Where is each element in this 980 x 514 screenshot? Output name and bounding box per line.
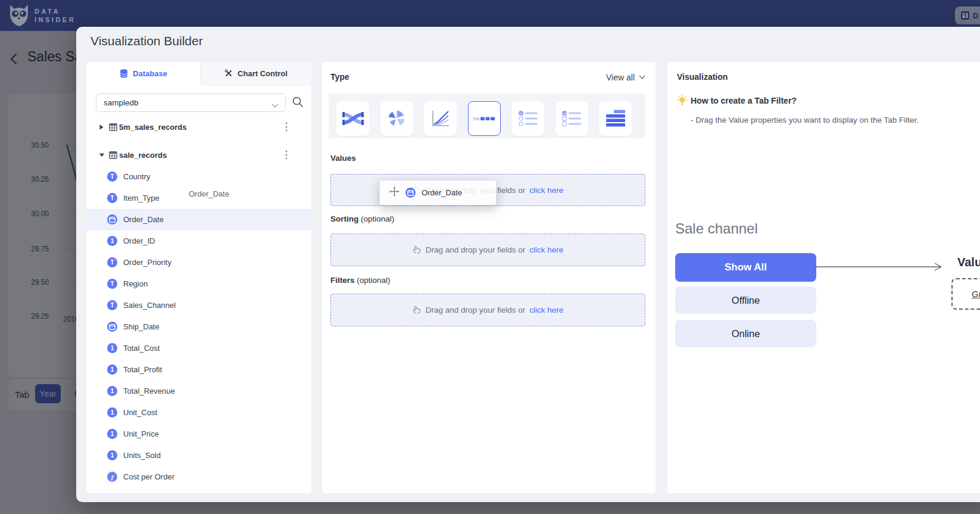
- view-all-button[interactable]: View all: [606, 73, 645, 82]
- tab-database[interactable]: Database: [87, 62, 200, 85]
- datasource-select[interactable]: sampledb: [96, 94, 286, 112]
- number-field-icon: 1: [107, 407, 117, 418]
- chart-type-line-chart[interactable]: [424, 101, 457, 136]
- field-row-region[interactable]: TRegion: [87, 273, 311, 295]
- group-annotation-box: Group: [951, 278, 980, 310]
- field-row-sales-channel[interactable]: TSales_Channel: [87, 295, 311, 316]
- preview-button-offline[interactable]: Offline: [675, 286, 816, 314]
- field-row-unit-price[interactable]: 1Unit_Price: [87, 423, 311, 445]
- kebab-menu-icon[interactable]: [282, 122, 291, 132]
- group-annotation-label[interactable]: Group: [972, 289, 980, 299]
- value-annotation-label: Value: [957, 256, 980, 269]
- number-field-icon: 1: [107, 343, 117, 353]
- dashboard-button-label: D: [973, 11, 978, 20]
- field-row-country[interactable]: TCountry: [87, 166, 311, 188]
- tab-chart-control[interactable]: Chart Control: [200, 62, 311, 85]
- logo-line1: DATA: [35, 8, 76, 15]
- tree-table-sale-records[interactable]: sale_records: [87, 146, 311, 164]
- owl-icon: [8, 4, 30, 27]
- field-row-total-cost[interactable]: 1Total_Cost: [87, 338, 311, 359]
- chevron-down-icon: [639, 75, 645, 80]
- chart-type-tab-filter[interactable]: Tab: [468, 101, 501, 136]
- app-root: Sales Sa 30.5030.2530.0029.7529.5029.25 …: [0, 0, 980, 514]
- date-icon: [405, 188, 416, 198]
- lightbulb-icon: [677, 95, 688, 108]
- tree-table-5m-sales-records[interactable]: 5m_sales_records: [87, 118, 311, 136]
- text-field-icon: T: [107, 193, 117, 203]
- dashboard-button[interactable]: D: [955, 7, 980, 24]
- chart-type-radio-list[interactable]: [511, 101, 544, 136]
- filters-click-here-link[interactable]: click here: [529, 306, 563, 314]
- field-label: Total_Profit: [123, 365, 162, 374]
- filters-section-label: Filters (optional): [330, 276, 391, 285]
- text-field-icon: T: [107, 172, 117, 182]
- sorting-placeholder: Drag and drop your fields or: [426, 245, 525, 254]
- field-row-unit-cost[interactable]: 1Unit_Cost: [87, 402, 311, 423]
- tip-title: How to create a Tab Filter?: [691, 96, 797, 105]
- number-field-icon: 1: [107, 429, 117, 439]
- field-label: Order_ID: [123, 236, 155, 245]
- database-panel: Database Chart Control sampledb: [87, 62, 311, 493]
- date-field-icon: [107, 322, 117, 332]
- magnifier-icon[interactable]: [292, 96, 304, 110]
- preview-button-online[interactable]: Online: [675, 320, 816, 347]
- dashboard-icon: [961, 11, 969, 20]
- chart-type-dropdown-list[interactable]: [599, 101, 632, 136]
- field-label: Item_Type: [123, 194, 160, 203]
- caret-down-icon[interactable]: [99, 152, 105, 158]
- field-label: Order_Date: [123, 215, 164, 224]
- field-row-order-id[interactable]: 1Order_ID: [87, 230, 311, 252]
- sorting-click-here-link[interactable]: click here: [529, 245, 563, 254]
- svg-text:Tab: Tab: [473, 117, 479, 121]
- field-label: Cost per Order: [123, 472, 174, 481]
- tools-icon: [224, 69, 233, 77]
- caret-right-icon[interactable]: [99, 124, 105, 130]
- text-field-icon: T: [107, 279, 117, 289]
- number-field-icon: 1: [107, 450, 117, 460]
- sorting-dropzone[interactable]: Drag and drop your fields or click here: [330, 233, 645, 266]
- kebab-menu-icon[interactable]: [282, 150, 291, 160]
- field-row-units-sold[interactable]: 1Units_Sold: [87, 445, 311, 466]
- field-row-ship-date[interactable]: Ship_Date: [87, 316, 311, 338]
- drag-ghost-label: Order_Date: [189, 189, 229, 198]
- field-label: Region: [123, 279, 148, 288]
- chart-type-pie-chart[interactable]: [380, 101, 413, 136]
- field-row-cost-per-order[interactable]: fCost per Order: [87, 466, 311, 488]
- chevron-down-icon: [271, 101, 279, 110]
- sorting-section-label: Sorting (optional): [330, 214, 394, 223]
- tree-table-label: sale_records: [119, 151, 167, 160]
- function-field-icon: f: [107, 472, 117, 482]
- left-tabbar: Database Chart Control: [87, 62, 311, 85]
- field-row-order-priority[interactable]: TOrder_Priority: [87, 252, 311, 273]
- number-field-icon: 1: [107, 386, 117, 396]
- field-row-order-date[interactable]: Order_Date: [87, 209, 311, 230]
- chart-type-sankey-chart[interactable]: [336, 101, 369, 136]
- field-label: Total_Revenue: [123, 387, 175, 395]
- tab-database-label: Database: [133, 69, 167, 78]
- datasource-select-value: sampledb: [104, 98, 139, 107]
- hand-drag-icon: [413, 304, 422, 316]
- preview-button-show-all[interactable]: Show All: [675, 253, 816, 282]
- chart-type-checkbox-list[interactable]: [555, 101, 588, 136]
- field-label: Unit_Cost: [123, 408, 157, 417]
- field-label: Country: [123, 172, 151, 181]
- text-field-icon: T: [107, 300, 117, 310]
- hand-drag-icon: [413, 244, 422, 256]
- database-icon: [120, 69, 128, 78]
- field-row-total-revenue[interactable]: 1Total_Revenue: [87, 381, 311, 402]
- app-logo: DATA INSIDER: [8, 4, 76, 27]
- filters-dropzone[interactable]: Drag and drop your fields or click here: [330, 294, 645, 326]
- builder-panel: Type View all Tab Values Drag and drop y…: [322, 62, 656, 493]
- field-label: Order_Priority: [123, 258, 171, 267]
- logo-text: DATA INSIDER: [35, 8, 76, 23]
- dragged-field-chip[interactable]: Order_Date: [379, 180, 497, 205]
- values-click-here-link[interactable]: click here: [529, 186, 563, 195]
- table-icon: [109, 123, 117, 131]
- modal-title: Visualization Builder: [90, 34, 203, 48]
- visualization-panel: Visualization How to create a Tab Filter…: [667, 62, 980, 493]
- logo-line2: INSIDER: [35, 16, 76, 23]
- preview-title: Sale channel: [675, 220, 758, 237]
- field-label: Unit_Price: [123, 429, 159, 438]
- field-label: Units_Sold: [123, 451, 161, 460]
- field-row-total-profit[interactable]: 1Total_Profit: [87, 359, 311, 381]
